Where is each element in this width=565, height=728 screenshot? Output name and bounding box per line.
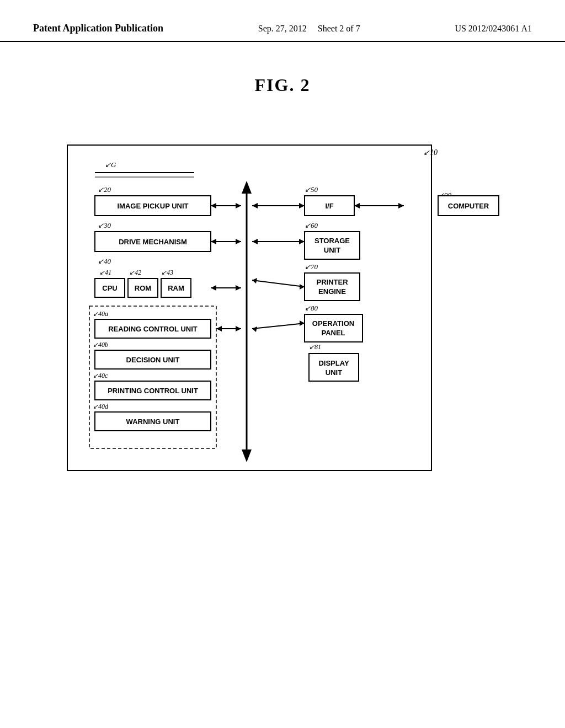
svg-text:↙30: ↙30 bbox=[98, 221, 111, 229]
svg-text:UNIT: UNIT bbox=[324, 246, 340, 254]
svg-text:PRINTING CONTROL UNIT: PRINTING CONTROL UNIT bbox=[108, 387, 198, 395]
svg-rect-50 bbox=[309, 354, 359, 381]
svg-rect-38 bbox=[305, 232, 360, 259]
svg-text:COMPUTER: COMPUTER bbox=[448, 202, 489, 210]
svg-text:PANEL: PANEL bbox=[321, 329, 345, 337]
svg-text:ENGINE: ENGINE bbox=[318, 287, 346, 296]
svg-text:↙10: ↙10 bbox=[423, 148, 438, 157]
page-header: Patent Application Publication Sep. 27, … bbox=[0, 0, 565, 42]
svg-text:ROM: ROM bbox=[135, 284, 151, 292]
svg-rect-46 bbox=[305, 314, 363, 342]
svg-text:CPU: CPU bbox=[102, 284, 117, 292]
svg-text:↙60: ↙60 bbox=[305, 221, 318, 229]
svg-text:↙40a: ↙40a bbox=[93, 310, 108, 318]
svg-text:↙20: ↙20 bbox=[98, 185, 111, 194]
svg-text:↙70: ↙70 bbox=[305, 263, 318, 271]
svg-text:DRIVE MECHANISM: DRIVE MECHANISM bbox=[119, 238, 187, 246]
svg-text:UNIT: UNIT bbox=[326, 368, 342, 377]
svg-text:DISPLAY: DISPLAY bbox=[318, 359, 349, 367]
svg-text:IMAGE PICKUP UNIT: IMAGE PICKUP UNIT bbox=[117, 202, 188, 210]
header-center: Sep. 27, 2012 Sheet 2 of 7 bbox=[258, 22, 360, 35]
svg-text:WARNING UNIT: WARNING UNIT bbox=[126, 417, 180, 426]
svg-text:↙41: ↙41 bbox=[99, 269, 111, 276]
header-left: Patent Application Publication bbox=[33, 22, 163, 35]
svg-text:↙40c: ↙40c bbox=[93, 372, 108, 379]
svg-rect-42 bbox=[305, 273, 360, 301]
header-right: US 2012/0243061 A1 bbox=[455, 22, 532, 35]
svg-text:↙81: ↙81 bbox=[309, 343, 321, 351]
svg-text:STORAGE: STORAGE bbox=[315, 237, 350, 245]
svg-text:OPERATION: OPERATION bbox=[312, 319, 354, 328]
svg-text:READING CONTROL UNIT: READING CONTROL UNIT bbox=[108, 325, 198, 333]
svg-text:↙50: ↙50 bbox=[305, 185, 318, 194]
svg-text:↙80: ↙80 bbox=[305, 304, 318, 312]
svg-text:↙42: ↙42 bbox=[129, 269, 141, 276]
header-date: Sep. 27, 2012 bbox=[258, 24, 307, 33]
svg-text:↙43: ↙43 bbox=[161, 269, 173, 276]
svg-text:PRINTER: PRINTER bbox=[316, 278, 348, 286]
svg-text:RAM: RAM bbox=[168, 284, 184, 292]
diagram-svg: ↙10 ↙G ↙20 IMAGE PICKUP UNIT ↙30 DRIVE M… bbox=[45, 117, 520, 493]
svg-text:I/F: I/F bbox=[325, 202, 333, 210]
svg-text:↙40: ↙40 bbox=[98, 257, 111, 265]
svg-text:↙40b: ↙40b bbox=[93, 341, 108, 349]
svg-text:↙40d: ↙40d bbox=[93, 403, 109, 410]
svg-text:↙G: ↙G bbox=[105, 160, 116, 169]
figure-title: FIG. 2 bbox=[0, 75, 565, 95]
svg-text:DECISION UNIT: DECISION UNIT bbox=[126, 356, 180, 364]
header-sheet: Sheet 2 of 7 bbox=[318, 24, 360, 33]
